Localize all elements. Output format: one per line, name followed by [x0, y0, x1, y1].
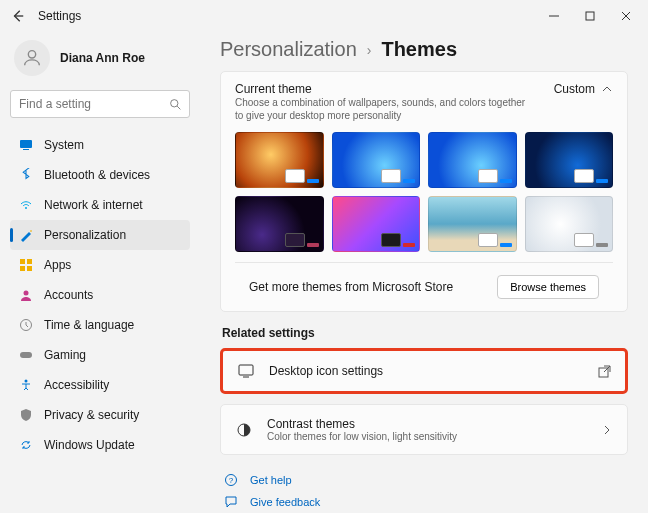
- page-title: Themes: [381, 38, 457, 61]
- gaming-icon: [18, 347, 34, 363]
- chevron-up-icon: [601, 83, 613, 95]
- theme-thumb[interactable]: [235, 196, 324, 252]
- theme-desc: Choose a combination of wallpapers, soun…: [235, 96, 535, 122]
- back-button[interactable]: [4, 2, 32, 30]
- svg-point-13: [25, 380, 28, 383]
- content: Personalization › Themes Current theme C…: [200, 32, 648, 513]
- search-icon: [169, 98, 182, 111]
- avatar-icon: [14, 40, 50, 76]
- sidebar-item-system[interactable]: System: [10, 130, 190, 160]
- sidebar-item-update[interactable]: Windows Update: [10, 430, 190, 460]
- breadcrumb-parent[interactable]: Personalization: [220, 38, 357, 61]
- give-feedback-link[interactable]: Give feedback: [224, 491, 628, 513]
- accounts-icon: [18, 287, 34, 303]
- svg-text:?: ?: [229, 476, 234, 485]
- wifi-icon: [18, 197, 34, 213]
- sidebar-item-gaming[interactable]: Gaming: [10, 340, 190, 370]
- nav-list: System Bluetooth & devices Network & int…: [10, 130, 190, 460]
- svg-rect-9: [27, 266, 32, 271]
- sidebar-item-accounts[interactable]: Accounts: [10, 280, 190, 310]
- personalization-icon: [18, 227, 34, 243]
- svg-rect-8: [20, 266, 25, 271]
- update-icon: [18, 437, 34, 453]
- minimize-button[interactable]: [536, 2, 572, 30]
- close-button[interactable]: [608, 2, 644, 30]
- sidebar-item-time[interactable]: Time & language: [10, 310, 190, 340]
- breadcrumb: Personalization › Themes: [220, 38, 628, 61]
- theme-thumb[interactable]: [332, 196, 421, 252]
- svg-point-1: [28, 51, 35, 58]
- profile-name: Diana Ann Roe: [60, 51, 145, 65]
- theme-thumb[interactable]: [235, 132, 324, 188]
- clock-icon: [18, 317, 34, 333]
- window-title: Settings: [38, 9, 81, 23]
- sidebar-item-personalization[interactable]: Personalization: [10, 220, 190, 250]
- svg-rect-0: [586, 12, 594, 20]
- get-help-link[interactable]: ? Get help: [224, 469, 628, 491]
- svg-rect-14: [239, 365, 253, 375]
- contrast-icon: [235, 422, 253, 438]
- svg-point-2: [171, 99, 178, 106]
- desktop-icon-settings-row[interactable]: Desktop icon settings: [220, 348, 628, 394]
- shield-icon: [18, 407, 34, 423]
- apps-icon: [18, 257, 34, 273]
- chevron-right-icon: ›: [367, 42, 372, 58]
- svg-rect-6: [20, 259, 25, 264]
- theme-thumb[interactable]: [428, 196, 517, 252]
- sidebar-item-network[interactable]: Network & internet: [10, 190, 190, 220]
- profile[interactable]: Diana Ann Roe: [10, 36, 190, 90]
- theme-title: Current theme: [235, 82, 535, 96]
- sidebar-item-bluetooth[interactable]: Bluetooth & devices: [10, 160, 190, 190]
- theme-thumb[interactable]: [428, 132, 517, 188]
- maximize-button[interactable]: [572, 2, 608, 30]
- theme-custom[interactable]: Custom: [554, 82, 613, 96]
- contrast-themes-row[interactable]: Contrast themes Color themes for low vis…: [220, 404, 628, 455]
- help-icon: ?: [224, 473, 240, 487]
- open-external-icon: [598, 365, 611, 378]
- sidebar-item-accessibility[interactable]: Accessibility: [10, 370, 190, 400]
- sidebar-item-apps[interactable]: Apps: [10, 250, 190, 280]
- theme-thumb[interactable]: [332, 132, 421, 188]
- browse-themes-button[interactable]: Browse themes: [497, 275, 599, 299]
- svg-point-5: [25, 207, 27, 209]
- accessibility-icon: [18, 377, 34, 393]
- system-icon: [18, 137, 34, 153]
- theme-card: Current theme Choose a combination of wa…: [220, 71, 628, 312]
- search-input[interactable]: [19, 97, 169, 111]
- chevron-right-icon: [601, 424, 613, 436]
- svg-rect-7: [27, 259, 32, 264]
- sidebar-item-privacy[interactable]: Privacy & security: [10, 400, 190, 430]
- svg-point-10: [24, 291, 29, 296]
- search-box[interactable]: [10, 90, 190, 118]
- store-text: Get more themes from Microsoft Store: [249, 280, 453, 294]
- theme-thumb[interactable]: [525, 132, 614, 188]
- svg-rect-3: [20, 140, 32, 148]
- related-title: Related settings: [222, 326, 628, 340]
- bluetooth-icon: [18, 167, 34, 183]
- theme-thumbs: [235, 132, 613, 262]
- feedback-icon: [224, 495, 240, 509]
- desktop-icon: [237, 363, 255, 379]
- svg-rect-12: [20, 352, 32, 358]
- sidebar: Diana Ann Roe System Bluetooth & devices…: [0, 32, 200, 513]
- theme-thumb[interactable]: [525, 196, 614, 252]
- svg-rect-4: [23, 149, 29, 150]
